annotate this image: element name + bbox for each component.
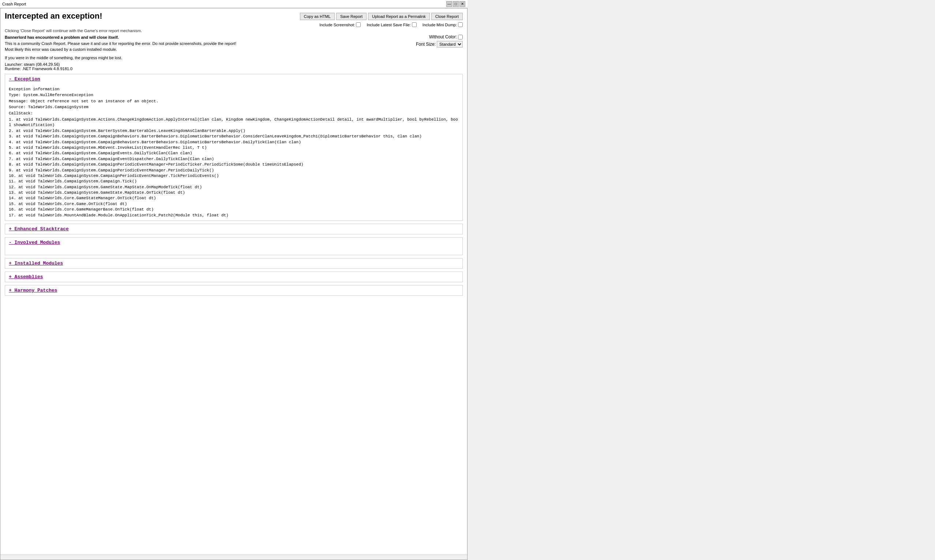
close-report-button[interactable]: Close Report bbox=[431, 13, 463, 20]
warning-line1: Bannerlord has encountered a problem and… bbox=[5, 34, 390, 41]
enhanced-stacktrace-section: + Enhanced Stacktrace bbox=[5, 224, 463, 234]
warning-section: Bannerlord has encountered a problem and… bbox=[5, 34, 390, 60]
close-window-button[interactable]: ✕ bbox=[460, 1, 465, 7]
assemblies-header[interactable]: + Assemblies bbox=[5, 272, 462, 282]
callstack-line-8: 8. at void TaleWorlds.CampaignSystem.Cam… bbox=[9, 162, 459, 168]
include-mini-dump-label: Include Mini Dump: bbox=[423, 23, 457, 27]
copy-html-button[interactable]: Copy as HTML bbox=[300, 13, 335, 20]
launcher-info: Launcher: steam (08.44.29.56) Runtime: .… bbox=[0, 61, 467, 72]
callstack-line-14: 14. at void TaleWorlds.Core.GameStateMan… bbox=[9, 195, 459, 201]
bottom-scrollbar[interactable] bbox=[0, 554, 467, 560]
warning-line3: Most likely this error was caused by a c… bbox=[5, 46, 390, 52]
progress-note: If you were in the middle of something, … bbox=[5, 55, 390, 60]
callstack-line-9: 9. at void TaleWorlds.CampaignSystem.Cam… bbox=[9, 168, 459, 173]
include-save-checkbox[interactable] bbox=[412, 22, 417, 27]
save-report-button[interactable]: Save Report bbox=[336, 13, 367, 20]
callstack-line-10: 10. at void TaleWorlds.CampaignSystem.Ca… bbox=[9, 173, 459, 179]
callstack-line-4: 4. at void TaleWorlds.CampaignSystem.Cam… bbox=[9, 140, 459, 145]
without-color-checkbox[interactable] bbox=[458, 35, 463, 40]
exception-info-text: Exception information Type: System.NullR… bbox=[9, 87, 158, 115]
callstack-line-6: 6. at void TaleWorlds.CampaignSystem.Cam… bbox=[9, 151, 459, 156]
warning-line2: This is a community Crash Report. Please… bbox=[5, 41, 390, 47]
callstack-line-3: 3. at void TaleWorlds.CampaignSystem.Cam… bbox=[9, 134, 459, 139]
involved-modules-content bbox=[5, 248, 462, 255]
callstack-line-1: 1. at void TaleWorlds.CampaignSystem.Act… bbox=[9, 117, 459, 128]
callstack-lines: 1. at void TaleWorlds.CampaignSystem.Act… bbox=[9, 117, 459, 218]
harmony-patches-header[interactable]: + Harmony Patches bbox=[5, 286, 462, 295]
include-screenshot-option: Include Screenshot: bbox=[319, 22, 361, 27]
callstack-line-12: 12. at void TaleWorlds.CampaignSystem.Ga… bbox=[9, 185, 459, 190]
right-options: Without Color: Font Size: Standard Large… bbox=[390, 34, 463, 60]
status-text: Clicking 'Close Report' will continue wi… bbox=[0, 28, 467, 34]
window-title: Intercepted an exception! bbox=[5, 11, 102, 21]
exception-section-content: Exception information Type: System.NullR… bbox=[5, 84, 462, 221]
callstack-line-2: 2. at void TaleWorlds.CampaignSystem.Bar… bbox=[9, 128, 459, 134]
harmony-patches-section: + Harmony Patches bbox=[5, 285, 463, 296]
upload-report-button[interactable]: Upload Report as a Permalink bbox=[368, 13, 430, 20]
launcher-line: Launcher: steam (08.44.29.56) bbox=[5, 62, 463, 66]
content-area[interactable]: - Exception Exception information Type: … bbox=[0, 72, 467, 555]
title-bar-buttons: — □ ✕ bbox=[446, 1, 465, 7]
include-mini-dump-option: Include Mini Dump: bbox=[423, 22, 463, 27]
callstack-line-5: 5. at void TaleWorlds.CampaignSystem.MbE… bbox=[9, 145, 459, 151]
font-size-select[interactable]: Standard Large Small bbox=[437, 41, 463, 48]
include-save-option: Include Latest Save File: bbox=[367, 22, 416, 27]
exception-section-header[interactable]: - Exception bbox=[5, 74, 462, 84]
font-size-option: Font Size: Standard Large Small bbox=[416, 41, 463, 48]
without-color-option: Without Color: bbox=[429, 34, 463, 40]
exception-section: - Exception Exception information Type: … bbox=[5, 74, 463, 221]
callstack-line-17: 17. at void TaleWorlds.MountAndBlade.Mod… bbox=[9, 213, 459, 218]
involved-modules-header[interactable]: - Involved Modules bbox=[5, 238, 462, 248]
runtime-line: Runtime: .NET Framework 4.8.9181.0 bbox=[5, 66, 463, 71]
include-screenshot-label: Include Screenshot: bbox=[319, 23, 355, 27]
include-mini-dump-checkbox[interactable] bbox=[458, 22, 463, 27]
enhanced-stacktrace-header[interactable]: + Enhanced Stacktrace bbox=[5, 224, 462, 234]
maximize-button[interactable]: □ bbox=[453, 1, 459, 7]
title-bar-text: Crash Report bbox=[2, 2, 26, 6]
assemblies-section: + Assemblies bbox=[5, 272, 463, 282]
toolbar: Copy as HTML Save Report Upload Report a… bbox=[300, 13, 463, 20]
installed-modules-section: + Installed Modules bbox=[5, 258, 463, 269]
installed-modules-header[interactable]: + Installed Modules bbox=[5, 258, 462, 268]
involved-modules-section: - Involved Modules bbox=[5, 237, 463, 255]
callstack-line-16: 16. at void TaleWorlds.Core.GameManagerB… bbox=[9, 207, 459, 212]
options-row: Include Screenshot: Include Latest Save … bbox=[0, 22, 467, 28]
callstack-line-11: 11. at void TaleWorlds.CampaignSystem.Ca… bbox=[9, 179, 459, 184]
without-color-label: Without Color: bbox=[429, 34, 457, 40]
include-screenshot-checkbox[interactable] bbox=[356, 22, 361, 27]
minimize-button[interactable]: — bbox=[446, 1, 452, 7]
info-right-layout: Bannerlord has encountered a problem and… bbox=[0, 34, 467, 61]
callstack-line-15: 15. at void TaleWorlds.Core.Game.OnTick(… bbox=[9, 202, 459, 207]
main-window: Intercepted an exception! Copy as HTML S… bbox=[0, 8, 468, 560]
title-bar: Crash Report — □ ✕ bbox=[0, 0, 468, 8]
callstack-line-7: 7. at void TaleWorlds.CampaignSystem.Cam… bbox=[9, 157, 459, 162]
callstack-line-13: 13. at void TaleWorlds.CampaignSystem.Ga… bbox=[9, 190, 459, 195]
font-size-label: Font Size: bbox=[416, 42, 436, 47]
include-save-label: Include Latest Save File: bbox=[367, 23, 410, 27]
